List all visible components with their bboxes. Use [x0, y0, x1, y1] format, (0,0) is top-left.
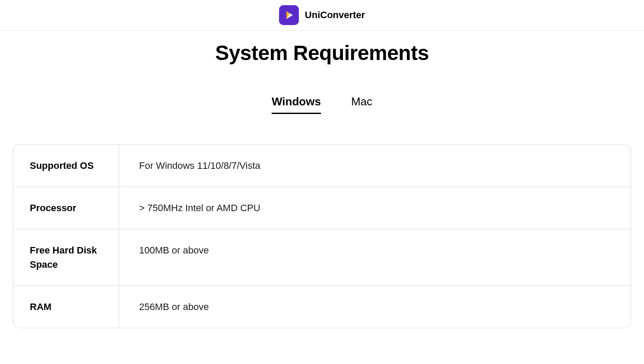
req-label-processor: Processor [13, 187, 119, 229]
tab-windows[interactable]: Windows [272, 95, 321, 114]
brand-name[interactable]: UniConverter [305, 9, 365, 21]
table-row: Free Hard Disk Space 100MB or above [13, 229, 631, 286]
table-row: RAM 256MB or above [13, 286, 631, 328]
req-label-ram: RAM [13, 286, 119, 328]
req-value-ram: 256MB or above [119, 286, 631, 328]
req-value-processor: > 750MHz Intel or AMD CPU [119, 187, 631, 229]
table-row: Processor > 750MHz Intel or AMD CPU [13, 187, 631, 229]
req-value-os: For Windows 11/10/8/7/Vista [119, 145, 631, 187]
req-label-os: Supported OS [13, 145, 119, 187]
os-tabs: Windows Mac [0, 95, 644, 114]
requirements-table: Supported OS For Windows 11/10/8/7/Vista… [13, 144, 631, 328]
page-title: System Requirements [0, 41, 644, 65]
req-label-disk: Free Hard Disk Space [13, 229, 119, 285]
req-value-disk: 100MB or above [119, 229, 631, 285]
tab-mac[interactable]: Mac [351, 95, 372, 114]
play-icon [284, 10, 294, 20]
table-row: Supported OS For Windows 11/10/8/7/Vista [13, 145, 631, 187]
page-header: UniConverter [0, 0, 644, 31]
brand-logo-icon [279, 5, 299, 25]
